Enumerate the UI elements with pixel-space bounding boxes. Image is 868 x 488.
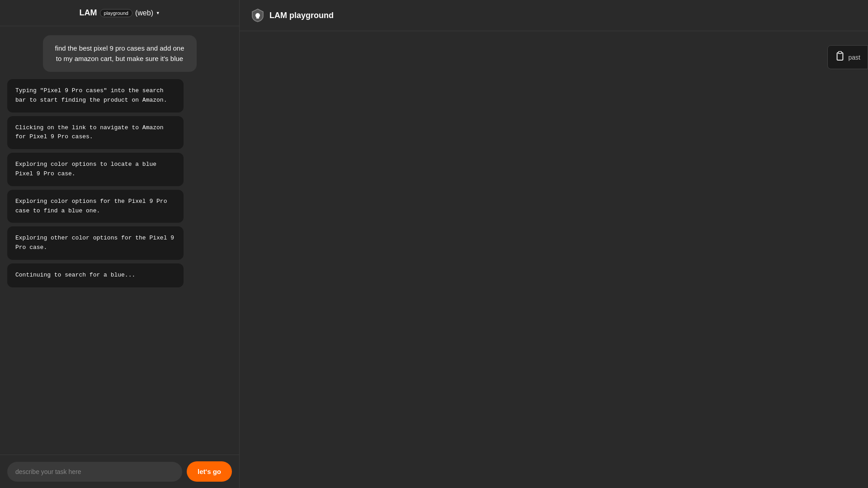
mode-label: (web) bbox=[135, 9, 153, 17]
lam-logo-icon bbox=[250, 8, 265, 23]
lets-go-button[interactable]: let's go bbox=[187, 461, 232, 482]
step-item-partial: Continuing to search for a blue... bbox=[7, 263, 184, 287]
right-panel: LAM playground past bbox=[240, 0, 868, 488]
svg-rect-4 bbox=[838, 52, 841, 54]
svg-rect-1 bbox=[256, 17, 259, 19]
user-message: find the best pixel 9 pro cases and add … bbox=[43, 35, 197, 72]
paste-label: past bbox=[849, 54, 860, 61]
left-panel: LAM playground (web) ▾ find the best pix… bbox=[0, 0, 240, 488]
svg-point-0 bbox=[255, 13, 260, 18]
right-content-area bbox=[240, 31, 868, 488]
playground-badge: playground bbox=[100, 9, 132, 17]
app-title: LAM bbox=[80, 8, 97, 18]
right-header: LAM playground bbox=[240, 0, 868, 31]
step-item: Exploring other color options for the Pi… bbox=[7, 226, 184, 260]
task-input[interactable] bbox=[7, 462, 182, 482]
chevron-down-icon[interactable]: ▾ bbox=[156, 9, 160, 17]
step-item: Clicking on the link to navigate to Amaz… bbox=[7, 116, 184, 150]
clipboard-icon bbox=[835, 51, 845, 63]
left-header: LAM playground (web) ▾ bbox=[0, 0, 239, 26]
step-item: Exploring color options for the Pixel 9 … bbox=[7, 190, 184, 223]
chat-area: find the best pixel 9 pro cases and add … bbox=[0, 26, 239, 455]
step-item: Typing "Pixel 9 Pro cases" into the sear… bbox=[7, 79, 184, 113]
right-panel-title: LAM playground bbox=[269, 11, 334, 20]
clipboard-popup[interactable]: past bbox=[827, 45, 868, 69]
step-item: Exploring color options to locate a blue… bbox=[7, 153, 184, 186]
input-area: let's go bbox=[0, 455, 239, 488]
